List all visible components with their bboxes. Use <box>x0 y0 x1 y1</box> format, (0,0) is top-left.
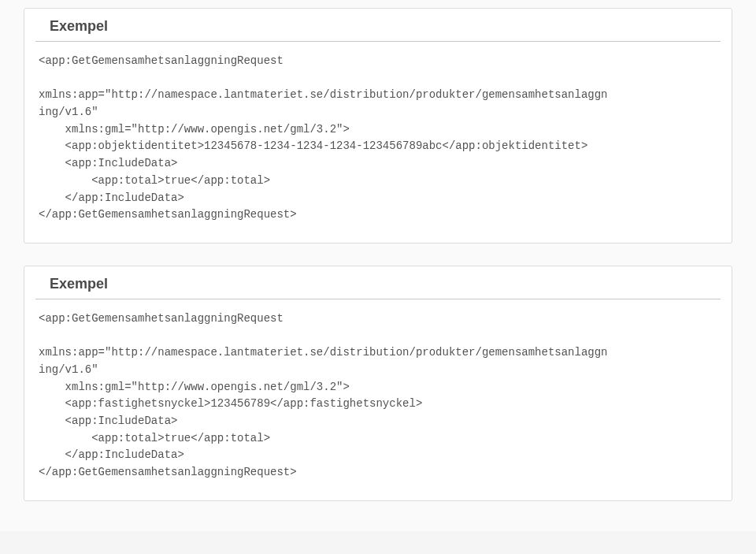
example-title: Exempel <box>50 18 706 35</box>
example-title: Exempel <box>50 276 706 292</box>
example-header: Exempel <box>35 9 721 42</box>
example-box-1: Exempel <app:GetGemensamhetsanlaggningRe… <box>24 8 732 244</box>
example-box-2: Exempel <app:GetGemensamhetsanlaggningRe… <box>24 266 732 501</box>
page-container: Exempel <app:GetGemensamhetsanlaggningRe… <box>0 0 756 531</box>
code-block: <app:GetGemensamhetsanlaggningRequest xm… <box>24 299 732 500</box>
code-block: <app:GetGemensamhetsanlaggningRequest xm… <box>24 42 732 243</box>
example-header: Exempel <box>35 266 721 299</box>
